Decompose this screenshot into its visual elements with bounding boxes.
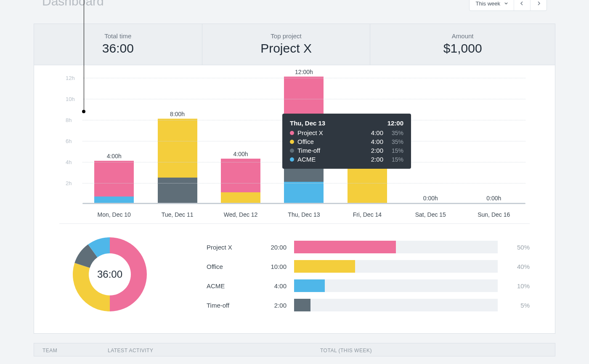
bar-total-label: 4:00h — [107, 153, 122, 159]
bar-total-label: 0:00h — [486, 195, 501, 202]
stat-value: $1,000 — [370, 41, 555, 56]
page-title: Dashboard — [42, 0, 104, 8]
project-time: 4:00 — [257, 282, 287, 290]
range-prev-button[interactable] — [514, 0, 531, 11]
project-pct: 50% — [504, 244, 530, 251]
donut-center: 36:00 — [97, 268, 122, 280]
project-row: Time-off2:005% — [207, 299, 530, 311]
project-time: 2:00 — [257, 302, 287, 309]
bar-total-label: 4:00h — [233, 151, 248, 157]
stat-label: Amount — [370, 32, 555, 40]
bar-total-label: 0:00h — [423, 195, 438, 202]
x-tick: Thu, Dec 13 — [288, 211, 320, 218]
range-next-button[interactable] — [531, 0, 547, 11]
project-name: Office — [207, 263, 257, 270]
tooltip-row: Office4:0035% — [290, 138, 403, 145]
project-pct: 5% — [504, 302, 530, 309]
y-tick: 10h — [66, 96, 75, 102]
y-tick: 2h — [66, 180, 72, 186]
chart-tooltip: Thu, Dec 13 12:00 Project X4:0035%Office… — [282, 114, 411, 169]
bar-segment-acme[interactable] — [284, 182, 324, 203]
x-tick: Wed, Dec 12 — [224, 211, 258, 218]
col-total: TOTAL (THIS WEEK) — [320, 348, 372, 353]
date-range-picker[interactable]: This week — [469, 0, 547, 11]
team-table-header: TEAM LATEST ACTIVITY TOTAL (THIS WEEK) — [34, 343, 555, 356]
bar-segment-acme[interactable] — [94, 197, 134, 203]
project-pct: 10% — [504, 282, 530, 290]
y-tick: 6h — [66, 138, 72, 144]
project-name: Project X — [207, 244, 257, 251]
project-bar — [294, 260, 498, 273]
caret-down-icon — [504, 2, 508, 5]
bar-segment-projectx[interactable] — [94, 161, 134, 197]
stat-total-time: Total time 36:00 — [34, 24, 202, 65]
stat-value: Project X — [202, 41, 370, 56]
col-activity: LATEST ACTIVITY — [108, 348, 153, 353]
project-breakdown: Project X20:0050%Office10:0040%ACME4:001… — [207, 241, 530, 318]
stat-label: Top project — [202, 32, 370, 40]
tooltip-row: Project X4:0035% — [290, 129, 403, 136]
bar-segment-office[interactable] — [221, 192, 260, 203]
x-tick: Sun, Dec 16 — [478, 211, 510, 218]
x-tick: Sat, Dec 15 — [415, 211, 446, 218]
bar-total-label: 12:00h — [295, 69, 313, 75]
tooltip-row: ACME2:0015% — [290, 156, 403, 163]
bar-segment-projectx[interactable] — [221, 159, 260, 192]
project-bar — [294, 279, 498, 292]
bar-segment-timeoff[interactable] — [158, 178, 197, 203]
range-label: This week — [475, 0, 500, 7]
bar-total-label: 8:00h — [170, 111, 185, 117]
project-name: ACME — [207, 282, 257, 290]
x-tick: Fri, Dec 14 — [353, 211, 382, 218]
project-row: Office10:0040% — [207, 260, 530, 273]
col-team: TEAM — [42, 348, 57, 353]
weekly-bar-chart: 4:00hMon, Dec 108:00hTue, Dec 114:00hWed… — [34, 65, 555, 213]
project-row: ACME4:0010% — [207, 279, 530, 292]
bar-segment-projectx[interactable] — [284, 77, 324, 119]
range-dropdown[interactable]: This week — [470, 0, 514, 11]
y-tick: 12h — [66, 75, 75, 81]
project-row: Project X20:0050% — [207, 241, 530, 253]
project-time: 10:00 — [257, 263, 287, 270]
chevron-left-icon — [520, 1, 524, 5]
tooltip-row: Time-off2:0015% — [290, 147, 403, 154]
y-tick: 4h — [66, 159, 72, 165]
stat-label: Total time — [34, 32, 202, 40]
y-tick: 8h — [66, 117, 72, 123]
project-pct: 40% — [504, 263, 530, 270]
dashboard-card: Total time 36:00 Top project Project X A… — [34, 24, 555, 334]
tooltip-total: 12:00 — [387, 120, 403, 127]
project-bar — [294, 241, 498, 253]
stat-value: 36:00 — [34, 41, 202, 56]
bar-segment-office[interactable] — [158, 119, 197, 178]
tooltip-day: Thu, Dec 13 — [290, 120, 325, 127]
x-tick: Tue, Dec 11 — [162, 211, 194, 218]
stat-top-project: Top project Project X — [202, 24, 371, 65]
x-tick: Mon, Dec 10 — [98, 211, 131, 218]
project-bar — [294, 299, 498, 311]
chevron-right-icon — [536, 1, 541, 5]
donut-chart: 36:00 — [72, 236, 148, 312]
project-name: Time-off — [207, 302, 257, 309]
project-time: 20:00 — [257, 244, 287, 251]
stat-amount: Amount $1,000 — [370, 24, 555, 65]
